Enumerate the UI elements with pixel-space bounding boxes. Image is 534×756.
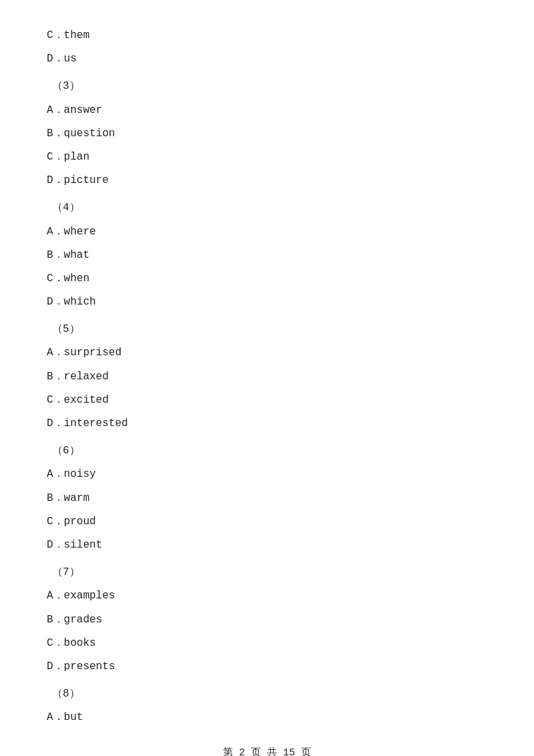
option-item: C．plan — [47, 148, 487, 166]
group-number: （7） — [47, 564, 487, 582]
option-label: C．plan — [47, 151, 89, 163]
option-label: A．noisy — [47, 468, 96, 480]
option-item: D．presents — [47, 658, 487, 676]
group-label: （8） — [52, 688, 80, 700]
option-label: B．relaxed — [47, 371, 109, 383]
group-label: （6） — [52, 445, 80, 457]
option-label: D．us — [47, 53, 77, 65]
option-item: B．warm — [47, 490, 487, 508]
option-item: B．relaxed — [47, 368, 487, 386]
option-label: A．where — [47, 226, 96, 238]
option-item: D．picture — [47, 172, 487, 190]
option-item: B．what — [47, 246, 487, 264]
option-label: A．examples — [47, 590, 115, 602]
group-label: （5） — [52, 323, 80, 335]
option-label: A．surprised — [47, 347, 121, 359]
group-number: （8） — [47, 685, 487, 703]
option-item: D．us — [47, 50, 487, 68]
option-label: C．excited — [47, 394, 109, 406]
option-label: D．which — [47, 296, 96, 308]
option-label: C．them — [47, 29, 89, 41]
option-item: C．books — [47, 634, 487, 652]
option-item: D．interested — [47, 415, 487, 433]
option-label: A．answer — [47, 104, 102, 116]
group-label: （7） — [52, 566, 80, 578]
option-item: C．proud — [47, 513, 487, 531]
option-label: B．what — [47, 249, 89, 261]
option-label: C．books — [47, 637, 96, 649]
option-item: A．examples — [47, 587, 487, 605]
option-label: D．picture — [47, 174, 109, 186]
main-content: C．themD．us（3）A．answerB．questionC．planD．p… — [0, 0, 534, 756]
option-label: B．grades — [47, 614, 102, 626]
option-item: A．but — [47, 709, 487, 727]
option-item: B．question — [47, 125, 487, 143]
group-number: （5） — [47, 321, 487, 339]
option-item: B．grades — [47, 611, 487, 629]
option-item: A．answer — [47, 102, 487, 120]
option-item: A．surprised — [47, 344, 487, 362]
option-label: C．proud — [47, 516, 96, 528]
option-item: A．where — [47, 223, 487, 241]
group-label: （3） — [52, 80, 80, 92]
option-label: A．but — [47, 711, 83, 723]
group-number: （6） — [47, 442, 487, 460]
group-label: （4） — [52, 202, 80, 214]
option-item: C．excited — [47, 391, 487, 409]
option-item: A．noisy — [47, 465, 487, 484]
option-label: D．silent — [47, 539, 102, 551]
option-item: D．silent — [47, 536, 487, 554]
option-label: D．presents — [47, 660, 115, 673]
option-item: C．when — [47, 270, 487, 288]
option-item: D．which — [47, 293, 487, 311]
option-label: D．interested — [47, 417, 128, 429]
option-label: C．when — [47, 272, 89, 285]
group-number: （3） — [47, 77, 487, 96]
group-number: （4） — [47, 199, 487, 217]
option-item: C．them — [47, 27, 487, 45]
option-label: B．warm — [47, 492, 89, 504]
option-label: B．question — [47, 128, 115, 140]
page-footer: 第 2 页 共 15 页 — [0, 746, 534, 756]
